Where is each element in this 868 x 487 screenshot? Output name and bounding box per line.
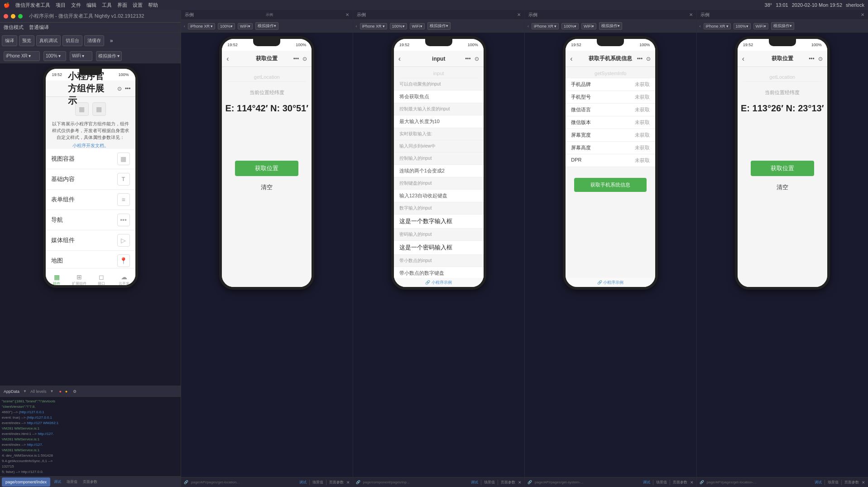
get-location-btn-1[interactable]: 获取位置 — [235, 161, 298, 176]
menu-settings[interactable]: 设置 — [133, 2, 143, 9]
dots-icon-3[interactable]: ••• — [637, 56, 643, 62]
panel-close-1[interactable]: ✕ — [345, 12, 349, 17]
target-icon-2[interactable]: ⊙ — [475, 56, 479, 62]
close-button[interactable] — [4, 14, 8, 19]
menu-wechat[interactable]: 微信开发者工具 — [15, 2, 50, 9]
panel-params-2[interactable]: 页面参数 — [501, 480, 515, 485]
menu-edit[interactable]: 编辑 — [86, 2, 96, 9]
panel-network-1[interactable]: WiFi▾ — [238, 23, 253, 29]
simulate-selector[interactable]: 模拟操作 ▾ — [96, 51, 122, 61]
panel-close-4[interactable]: ✕ — [861, 12, 864, 17]
panel-device-3[interactable]: iPhone XR▾ — [532, 23, 559, 29]
target-icon-4[interactable]: ⊙ — [818, 56, 823, 62]
panel-debug-3[interactable]: 调试 — [643, 480, 650, 485]
get-sysinfo-btn[interactable]: 获取手机系统信息 — [574, 178, 647, 192]
get-location-btn-4[interactable]: 获取位置 — [751, 161, 814, 176]
panel-zoom-2[interactable]: 100%▾ — [390, 23, 407, 29]
menu-project[interactable]: 项目 — [56, 2, 66, 9]
component-item-view[interactable]: 视图容器 ▦ — [46, 149, 135, 169]
component-item-media[interactable]: 媒体组件 ▷ — [46, 230, 135, 251]
panel-op-1[interactable]: 模拟操作▾ — [255, 22, 278, 30]
wechat-link-2[interactable]: 🔗 小程序示例 — [394, 278, 484, 287]
wechat-link-1[interactable]: 🔗 小程序示例 — [222, 287, 312, 290]
panel-network-2[interactable]: WiFi▾ — [410, 23, 425, 29]
network-selector[interactable]: WiFi ▾ — [70, 51, 92, 61]
bottom-tab-scene[interactable]: 场景值 — [65, 479, 79, 484]
panel-close-2[interactable]: ✕ — [517, 12, 521, 17]
all-levels-label[interactable]: All levels — [30, 389, 47, 394]
panel-close-3[interactable]: ✕ — [689, 12, 693, 17]
maximize-button[interactable] — [18, 14, 23, 19]
panel-op-2[interactable]: 模拟操作▾ — [427, 22, 451, 30]
panel-close-btn-1[interactable]: ✕ — [346, 480, 350, 485]
appdata-label[interactable]: AppData — [4, 389, 19, 394]
panel-network-4[interactable]: WiFi▾ — [753, 23, 768, 29]
panel-debug-1[interactable]: 调试 — [299, 480, 307, 485]
device-selector[interactable]: iPhone XR ▾ — [4, 51, 40, 61]
panel-scene-2[interactable]: 场景值 — [484, 480, 495, 485]
panel-device-4[interactable]: iPhone XR▾ — [704, 23, 731, 29]
target-icon-1[interactable]: ⊙ — [302, 56, 307, 62]
panel-scene-1[interactable]: 场景值 — [312, 480, 323, 485]
wechat-link-3[interactable]: 🔗 小程序示例 — [566, 278, 655, 287]
component-item-map[interactable]: 地图 📍 — [46, 251, 135, 268]
switchbg-btn[interactable]: 切后台 — [62, 35, 82, 46]
left-app-link[interactable]: 小程序开发文档。 — [46, 143, 135, 149]
bottom-tab-params[interactable]: 页面参数 — [81, 479, 99, 484]
back-button-4[interactable]: ‹ — [742, 55, 744, 63]
more-tools-btn[interactable]: » — [106, 35, 117, 46]
panel-device-1[interactable]: iPhone XR▾ — [188, 23, 215, 29]
dots-icon-4[interactable]: ••• — [809, 56, 815, 62]
nav-components[interactable]: ▦ 组件 — [46, 268, 68, 288]
menu-compile-mode[interactable]: 普通编译 — [29, 24, 49, 31]
dots-icon-2[interactable]: ••• — [465, 56, 471, 62]
panel-op-4[interactable]: 模拟操作▾ — [771, 22, 794, 30]
panel-params-3[interactable]: 页面参数 — [673, 480, 687, 485]
target-icon-3[interactable]: ⊙ — [646, 56, 651, 62]
menu-wechat-mode[interactable]: 微信模式 — [4, 24, 24, 31]
nav-cloud[interactable]: ☁ 云开发 — [113, 268, 135, 288]
bottom-tab-path[interactable]: page/component/index — [2, 477, 50, 487]
panel-close-btn-4[interactable]: ✕ — [862, 480, 865, 485]
component-item-basic[interactable]: 基础内容 T — [46, 169, 135, 190]
panel-scene-3[interactable]: 场景值 — [656, 480, 667, 485]
menu-interface[interactable]: 界面 — [117, 2, 127, 9]
panel-params-4[interactable]: 页面参数 — [844, 480, 859, 485]
nav-api[interactable]: ◻ 接口 — [91, 268, 113, 288]
back-button-3[interactable]: ‹ — [570, 55, 572, 63]
dots-icon-1[interactable]: ••• — [293, 56, 299, 62]
input-item-11[interactable]: 这是一个数字输入框 — [394, 215, 484, 229]
panel-scene-4[interactable]: 场景值 — [828, 480, 839, 485]
minimize-button[interactable] — [11, 14, 15, 19]
zoom-selector[interactable]: 100% ▾ — [43, 51, 66, 61]
component-item-nav[interactable]: 导航 ••• — [46, 210, 135, 230]
panel-close-btn-2[interactable]: ✕ — [518, 480, 522, 485]
preview-btn[interactable]: 预览 — [19, 35, 34, 46]
wechat-link-4[interactable]: 🔗 小程序示例 — [738, 287, 827, 290]
menu-file[interactable]: 文件 — [71, 2, 81, 9]
panel-toolbar-1: ‹ iPhone XR▾ 100%▾ WiFi▾ 模拟操作▾ — [181, 20, 353, 33]
panel-close-btn-3[interactable]: ✕ — [690, 480, 694, 485]
nav-ext-components[interactable]: ⊞ 扩展组件 — [68, 268, 91, 288]
input-item-13[interactable]: 这是一个密码输入框 — [394, 241, 484, 255]
panel-debug-2[interactable]: 调试 — [471, 480, 478, 485]
panel-debug-4[interactable]: 调试 — [815, 480, 822, 485]
menu-help[interactable]: 帮助 — [148, 2, 158, 9]
panel-zoom-3[interactable]: 100%▾ — [561, 23, 579, 29]
bottom-tab-debug[interactable]: 调试 — [52, 479, 63, 484]
panel-params-1[interactable]: 页面参数 — [329, 480, 344, 485]
panel-network-3[interactable]: WiFi▾ — [581, 23, 596, 29]
compile-btn[interactable]: 编译 — [2, 35, 17, 46]
component-item-form[interactable]: 表单组件 ≡ — [46, 190, 135, 210]
panel-device-2[interactable]: iPhone XR▾ — [360, 23, 387, 29]
panel-zoom-4[interactable]: 100%▾ — [734, 23, 751, 29]
realdevice-btn[interactable]: 真机调试 — [36, 35, 61, 46]
clear-btn-4[interactable]: 清空 — [738, 181, 827, 193]
back-button-1[interactable]: ‹ — [226, 55, 229, 63]
panel-op-3[interactable]: 模拟操作▾ — [599, 22, 622, 30]
back-button-2[interactable]: ‹ — [398, 55, 401, 63]
panel-zoom-1[interactable]: 100%▾ — [218, 23, 235, 29]
clearcache-btn[interactable]: 清缓存 — [84, 35, 104, 46]
menu-tools[interactable]: 工具 — [102, 2, 112, 9]
clear-btn-1[interactable]: 清空 — [222, 181, 312, 193]
